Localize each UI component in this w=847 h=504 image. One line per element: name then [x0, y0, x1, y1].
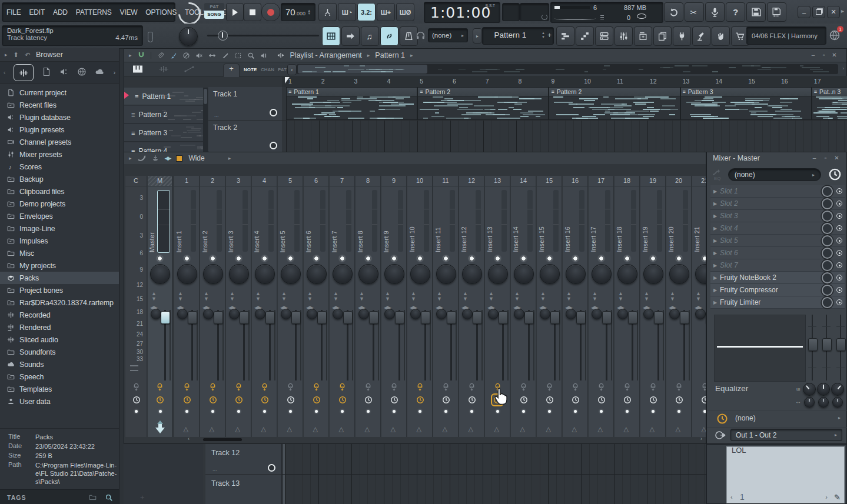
mixer-hscroll[interactable]: ‹ › [124, 436, 706, 443]
arm-plug-icon[interactable] [545, 383, 554, 392]
arm-plug-icon[interactable] [338, 383, 347, 392]
small-knob[interactable] [643, 309, 654, 319]
mixer-view-mode[interactable]: Wide [188, 154, 204, 162]
select-dot[interactable] [677, 410, 680, 413]
clock-icon[interactable] [828, 168, 842, 181]
effect-slot-1[interactable]: ▶Slot 1 [710, 185, 845, 198]
playlist-grid[interactable]: ≡Pattern 1≡Pattern 2≡Pattern 2≡Pattern 3… [282, 87, 847, 152]
pattern-selector[interactable]: Pattern 1 ▲▼ + [482, 27, 554, 45]
small-knob[interactable] [255, 309, 265, 319]
small-knob[interactable] [281, 309, 291, 319]
dock-triangle[interactable]: △ [261, 426, 266, 432]
select-tool-icon[interactable] [234, 52, 242, 59]
blend-notes-toggle[interactable]: ♫ [361, 26, 379, 46]
volume-fader-handle[interactable] [240, 311, 249, 324]
strip-clock-icon[interactable] [701, 396, 706, 404]
notebook-page[interactable]: LOL ‹ 1 › ✎ [726, 446, 845, 503]
strip-number[interactable]: 11 [433, 176, 458, 186]
pattern-stepper[interactable]: ▲▼ [542, 31, 545, 39]
open-channel-rack-button[interactable] [595, 26, 613, 46]
enable-led[interactable] [157, 256, 162, 261]
arm-plug-icon[interactable] [649, 383, 657, 392]
slot-mix-knob[interactable] [822, 260, 833, 271]
small-knob[interactable] [307, 309, 317, 319]
mixer-strip-13[interactable]: 13Insert 13▲▼◀▶△ [485, 176, 510, 437]
strip-clock-icon[interactable] [364, 396, 373, 404]
enable-led[interactable] [184, 256, 190, 261]
strip-number[interactable]: 16 [563, 176, 587, 186]
arm-plug-icon[interactable] [312, 383, 321, 392]
playlist-clip[interactable]: ≡Pattern 1 [286, 87, 417, 120]
plugin-preset-selector[interactable]: (none)▸ [728, 168, 821, 181]
stereo-separation[interactable]: ▲▼ [204, 291, 209, 302]
arm-plug-icon[interactable] [132, 383, 141, 392]
playlist-timeline[interactable]: 1234567891011121314151617 [282, 76, 847, 88]
strip-clock-icon[interactable] [261, 396, 269, 404]
strip-number[interactable]: 9 [381, 176, 406, 186]
notebook-next[interactable]: › [825, 493, 828, 500]
slot-mix-knob[interactable] [822, 235, 833, 246]
browser-up-icon[interactable]: ⬆ [14, 51, 19, 59]
stereo-separation[interactable]: ▲▼ [644, 291, 649, 302]
stereo-separation[interactable]: ▲▼ [696, 291, 701, 302]
open-project-picker-button[interactable] [653, 26, 672, 46]
track-led[interactable] [270, 142, 277, 149]
pattern-menu-button[interactable]: ▸ [473, 28, 482, 44]
sidebar-item-scores[interactable]: ♪Scores [0, 161, 119, 173]
arm-plug-icon[interactable] [155, 383, 164, 392]
sidebar-item-rar-dra4320-18374-rartemp[interactable]: Rar$DRa4320.18374.rartemp [0, 296, 119, 309]
scroll-right-chevron[interactable]: › [842, 66, 844, 71]
stereo-separation[interactable]: ▲▼ [592, 291, 597, 302]
volume-fader-handle[interactable] [524, 311, 534, 324]
mixer-strip-5[interactable]: 5Insert 5▲▼◀▶△ [278, 176, 303, 437]
strip-clock-icon[interactable] [183, 396, 191, 404]
arm-plug-icon[interactable] [519, 383, 528, 392]
select-dot[interactable] [574, 410, 577, 413]
tabs-scroll-left[interactable]: ‹ [4, 69, 5, 76]
mixer-strip-C[interactable]: C303691215182124273033 [125, 176, 147, 437]
playlist-close[interactable]: ✕ [831, 52, 838, 59]
volume-fader-handle[interactable] [291, 311, 301, 324]
stereo-separation[interactable]: ▲▼ [618, 291, 623, 302]
tempo-display[interactable]: 70.000 ▲▼ [281, 3, 315, 21]
volume-fader-handle[interactable] [214, 311, 223, 324]
select-dot[interactable] [185, 410, 188, 413]
strip-clock-icon[interactable] [493, 396, 501, 404]
arm-plug-icon[interactable] [182, 383, 191, 392]
tempo-stepper[interactable]: ▲▼ [307, 9, 311, 15]
small-knob[interactable] [384, 309, 395, 319]
browser-tab-audio[interactable] [14, 64, 33, 81]
pan-knob[interactable] [436, 264, 456, 284]
stereo-separation[interactable]: ▲▼ [437, 291, 442, 302]
arm-plug-icon[interactable] [260, 383, 269, 392]
search-icon[interactable] [105, 493, 113, 502]
pan-knob[interactable] [592, 264, 612, 284]
scrollbar-thumb[interactable] [298, 65, 427, 74]
restore-button[interactable] [812, 6, 825, 18]
strip-clock-icon[interactable] [156, 396, 164, 404]
slot-enable-led[interactable] [836, 299, 842, 305]
select-dot[interactable] [315, 410, 318, 413]
arm-plug-icon[interactable] [597, 383, 606, 392]
slider-handle[interactable] [218, 31, 228, 41]
stereo-separation[interactable]: ▲▼ [151, 291, 157, 302]
master-pitch-slider[interactable] [207, 35, 319, 36]
enable-led[interactable] [625, 256, 630, 261]
delete-tool-icon[interactable] [182, 52, 190, 59]
sidebar-item-recorded[interactable]: Recorded [0, 309, 119, 321]
pan-knob[interactable] [229, 264, 249, 284]
playlist-minimize[interactable]: – [809, 52, 817, 59]
browser-tab-cloud[interactable] [95, 67, 104, 79]
headphone-icon[interactable] [416, 31, 426, 41]
playlist-clip[interactable]: ≡Pattern 2 [417, 87, 549, 120]
select-dot[interactable] [393, 410, 396, 413]
wait-button[interactable]: Ш◔ [338, 3, 356, 21]
menu-options[interactable]: OPTIONS [141, 8, 181, 16]
sidebar-item-project-bones[interactable]: Project bones [0, 284, 119, 296]
enable-led[interactable] [210, 256, 215, 261]
enable-led[interactable] [599, 256, 604, 261]
undo-button[interactable] [664, 2, 683, 22]
stereo-separation[interactable]: ▲▼ [514, 291, 520, 302]
strip-clock-icon[interactable] [442, 396, 450, 404]
arm-plug-icon[interactable] [623, 383, 632, 392]
